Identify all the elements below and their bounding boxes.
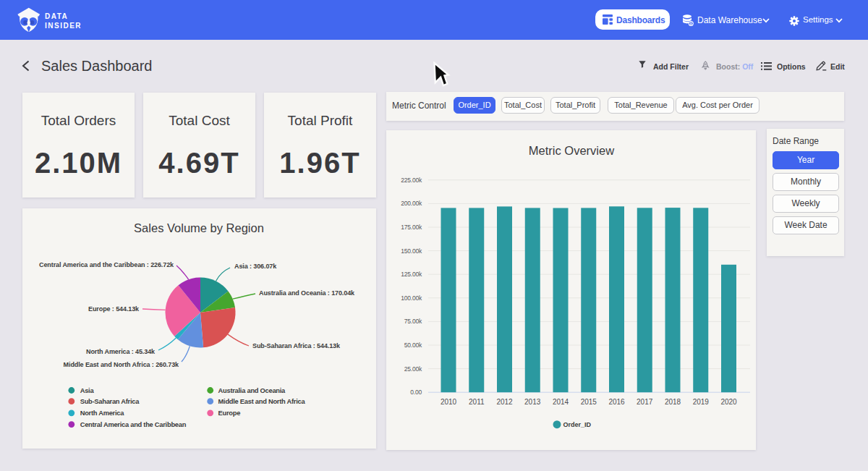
svg-text:2010: 2010 (441, 398, 457, 406)
svg-text:Sub-Saharan Africa : 544.13k: Sub-Saharan Africa : 544.13k (252, 342, 341, 349)
svg-text:Australia and Oceania: Australia and Oceania (218, 387, 286, 394)
svg-text:75.00k: 75.00k (404, 318, 422, 325)
svg-text:2020: 2020 (720, 398, 737, 406)
svg-text:Central America and the Caribb: Central America and the Caribbean : 226.… (39, 261, 174, 268)
svg-text:2011: 2011 (469, 398, 485, 406)
svg-text:200.00k: 200.00k (401, 200, 422, 207)
svg-text:2014: 2014 (553, 398, 569, 406)
svg-text:2015: 2015 (581, 398, 597, 406)
svg-text:100.00k: 100.00k (401, 294, 422, 302)
svg-text:2013: 2013 (524, 398, 541, 406)
svg-text:Asia : 306.07k: Asia : 306.07k (234, 263, 277, 270)
svg-text:150.00k: 150.00k (401, 247, 422, 255)
svg-text:175.00k: 175.00k (401, 224, 422, 231)
svg-text:Middle East and North Africa :: Middle East and North Africa : 260.73k (64, 361, 180, 368)
svg-text:50.00k: 50.00k (404, 341, 422, 349)
svg-text:Europe : 544.13k: Europe : 544.13k (88, 305, 140, 313)
svg-text:Australia and Oceania : 170.04: Australia and Oceania : 170.04k (259, 289, 355, 297)
svg-text:North America: North America (80, 410, 125, 417)
svg-text:125.00k: 125.00k (401, 271, 422, 278)
svg-text:Sub-Saharan Africa: Sub-Saharan Africa (80, 398, 140, 405)
svg-text:Metric Overview: Metric Overview (529, 144, 614, 157)
svg-text:2019: 2019 (693, 398, 710, 406)
svg-text:Asia: Asia (80, 387, 95, 394)
svg-text:2016: 2016 (608, 398, 625, 406)
svg-text:25.00k: 25.00k (404, 365, 422, 373)
svg-text:Sales Volume by Region: Sales Volume by Region (134, 221, 264, 234)
svg-text:Middle East and North Africa: Middle East and North Africa (218, 398, 306, 405)
svg-text:2017: 2017 (637, 398, 653, 406)
svg-text:2018: 2018 (665, 398, 681, 406)
svg-text:Order_ID: Order_ID (563, 421, 592, 428)
svg-text:0.00: 0.00 (410, 389, 422, 396)
svg-text:225.00k: 225.00k (401, 177, 422, 184)
svg-text:North America : 45.34k: North America : 45.34k (86, 348, 156, 355)
svg-text:Central America and the Caribb: Central America and the Caribbean (80, 421, 187, 428)
svg-text:2012: 2012 (496, 398, 513, 406)
svg-text:Europe: Europe (218, 410, 241, 417)
